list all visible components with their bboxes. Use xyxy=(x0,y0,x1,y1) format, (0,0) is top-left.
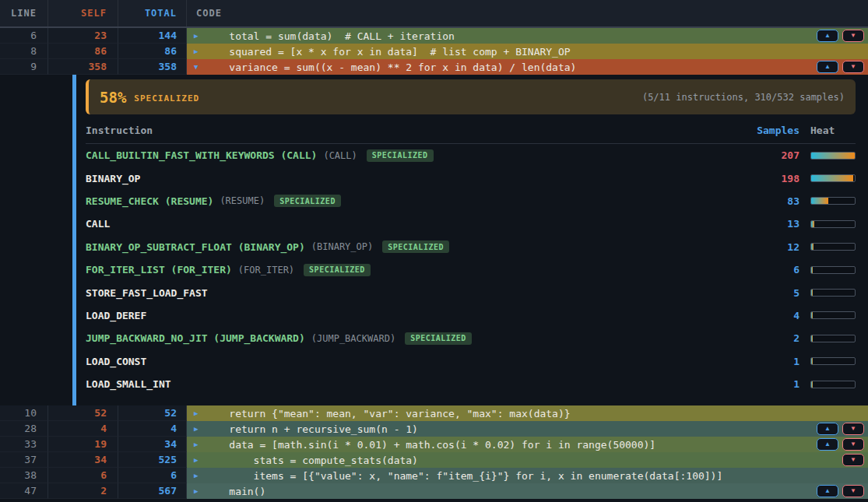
instruction-row[interactable]: STORE_FAST_LOAD_FAST 5 xyxy=(86,281,856,304)
code-cell[interactable]: ▶ return {"mean": mean, "var": variance,… xyxy=(187,405,868,421)
expand-arrow-icon[interactable]: ▶ xyxy=(194,409,205,417)
instruction-base-opcode: (FOR_ITER) xyxy=(238,265,294,276)
instruction-base-opcode: (RESUME) xyxy=(220,195,265,206)
instruction-name: JUMP_BACKWARD_NO_JIT (JUMP_BACKWARD) xyxy=(86,332,305,344)
code-cell[interactable]: ▶ data = [math.sin(i * 0.01) + math.cos(… xyxy=(187,437,868,452)
expand-arrow-icon[interactable]: ▶ xyxy=(194,441,205,448)
table-row[interactable]: 10 52 52 ▶ return {"mean": mean, "var": … xyxy=(0,405,868,421)
instruction-name: FOR_ITER_LIST (FOR_ITER) xyxy=(86,264,232,276)
instruction-cell: BINARY_OP xyxy=(86,173,745,184)
instruction-row[interactable]: CALL_BUILTIN_FAST_WITH_KEYWORDS (CALL) (… xyxy=(86,144,856,167)
expand-arrow-icon[interactable]: ▶ xyxy=(194,487,205,495)
jump-up-button[interactable]: ▲ xyxy=(817,30,838,42)
heat-cell xyxy=(810,381,856,388)
heat-bar-fill xyxy=(811,381,813,388)
code-text: variance = sum((x - mean) ** 2 for x in … xyxy=(205,61,576,73)
code-cell[interactable]: ▶ return n + recursive_sum(n - 1) ▲ ▼ xyxy=(187,421,868,437)
instruction-row[interactable]: RESUME_CHECK (RESUME) (RESUME) SPECIALIZ… xyxy=(86,190,856,212)
instruction-row[interactable]: LOAD_SMALL_INT 1 xyxy=(86,373,856,395)
instruction-base-opcode: (BINARY_OP) xyxy=(311,241,373,252)
self-samples: 34 xyxy=(48,452,118,468)
total-samples: 34 xyxy=(118,437,187,452)
table-row[interactable]: 38 6 6 ▶ items = [{"value": x, "name": f… xyxy=(0,468,868,483)
instruction-row[interactable]: JUMP_BACKWARD_NO_JIT (JUMP_BACKWARD) (JU… xyxy=(86,327,856,349)
jump-up-button[interactable]: ▲ xyxy=(817,438,838,451)
self-samples: 358 xyxy=(48,59,118,75)
jump-down-button[interactable]: ▼ xyxy=(842,485,864,497)
table-row[interactable]: 33 19 34 ▶ data = [math.sin(i * 0.01) + … xyxy=(0,437,868,452)
specialized-badge: SPECIALIZED xyxy=(304,264,371,276)
code-cell[interactable]: ▶ main() ▲ ▼ xyxy=(187,483,868,499)
line-number: 8 xyxy=(0,44,48,59)
heat-bar-fill xyxy=(811,358,813,364)
code-rows-top: 6 23 144 ▶ total = sum(data) # CALL + it… xyxy=(0,28,868,75)
expand-arrow-icon[interactable]: ▶ xyxy=(194,47,205,55)
jump-down-button[interactable]: ▼ xyxy=(842,423,864,435)
jump-up-button[interactable]: ▲ xyxy=(817,61,838,73)
table-row[interactable]: 6 23 144 ▶ total = sum(data) # CALL + it… xyxy=(0,28,868,44)
jump-down-button[interactable]: ▼ xyxy=(842,438,864,451)
instruction-row[interactable]: BINARY_OP_SUBTRACT_FLOAT (BINARY_OP) (BI… xyxy=(86,236,856,258)
sample-count: 207 xyxy=(745,149,799,161)
code-cell[interactable]: ▶ items = [{"value": x, "name": f"item_{… xyxy=(187,468,868,483)
heat-bar-fill xyxy=(811,267,813,273)
code-rows-bottom: 10 52 52 ▶ return {"mean": mean, "var": … xyxy=(0,405,868,499)
table-row[interactable]: 47 2 567 ▶ main() ▲ ▼ xyxy=(0,483,868,499)
instruction-row[interactable]: BINARY_OP 198 xyxy=(86,167,856,189)
heat-cell xyxy=(810,266,856,274)
specialized-badge: SPECIALIZED xyxy=(382,240,449,253)
code-text: return {"mean": mean, "var": variance, "… xyxy=(205,408,571,420)
heat-bar xyxy=(810,381,856,388)
specialized-percent: 58% xyxy=(100,89,126,106)
specialized-badge: SPECIALIZED xyxy=(274,195,341,207)
code-cell[interactable]: ▶ squared = [x * x for x in data] # list… xyxy=(187,44,868,59)
heat-bar xyxy=(810,266,856,274)
table-row[interactable]: 8 86 86 ▶ squared = [x * x for x in data… xyxy=(0,44,868,59)
line-number: 28 xyxy=(0,421,48,437)
expand-arrow-icon[interactable]: ▶ xyxy=(194,425,205,433)
row-nav-buttons: ▲ ▼ xyxy=(817,423,864,435)
specialized-badge: SPECIALIZED xyxy=(367,149,434,162)
instruction-name: RESUME_CHECK (RESUME) xyxy=(86,195,213,207)
instruction-cell: CALL_BUILTIN_FAST_WITH_KEYWORDS (CALL) (… xyxy=(86,149,745,162)
instruction-name: LOAD_CONST xyxy=(86,356,146,367)
jump-down-button[interactable]: ▼ xyxy=(842,30,864,42)
jump-down-button[interactable]: ▼ xyxy=(842,61,864,73)
expand-arrow-icon[interactable]: ▶ xyxy=(194,456,205,464)
code-cell[interactable]: ▶ stats = compute_stats(data) ▲ ▼ xyxy=(187,452,868,468)
heat-bar-fill xyxy=(811,290,813,296)
specialized-summary: (5/11 instructions, 310/532 samples) xyxy=(642,92,845,103)
heat-bar-fill xyxy=(811,198,828,204)
code-cell[interactable]: ▼ variance = sum((x - mean) ** 2 for x i… xyxy=(187,59,868,75)
self-samples: 19 xyxy=(48,437,118,452)
table-row[interactable]: 9 358 358 ▼ variance = sum((x - mean) **… xyxy=(0,59,868,75)
total-samples: 567 xyxy=(118,483,187,499)
instruction-row[interactable]: LOAD_CONST 1 xyxy=(86,350,856,373)
total-samples: 358 xyxy=(118,59,187,75)
column-header-code: CODE xyxy=(187,0,868,26)
line-number: 10 xyxy=(0,405,48,421)
jump-down-button[interactable]: ▼ xyxy=(842,454,864,466)
table-row[interactable]: 28 4 4 ▶ return n + recursive_sum(n - 1)… xyxy=(0,421,868,437)
instruction-cell: LOAD_DEREF xyxy=(86,310,745,321)
jump-up-button[interactable]: ▲ xyxy=(817,485,838,497)
jump-up-button[interactable]: ▲ xyxy=(817,423,838,435)
heat-cell xyxy=(810,357,856,365)
line-number: 37 xyxy=(0,452,48,468)
heat-bar xyxy=(810,197,856,205)
code-text: return n + recursive_sum(n - 1) xyxy=(205,423,418,435)
column-header-samples: Samples xyxy=(745,125,799,136)
instruction-row[interactable]: LOAD_DEREF 4 xyxy=(86,304,856,327)
instruction-row[interactable]: CALL 13 xyxy=(86,212,856,235)
self-samples: 23 xyxy=(48,28,118,44)
heat-cell xyxy=(810,289,856,297)
heat-bar xyxy=(810,152,856,160)
instruction-cell: FOR_ITER_LIST (FOR_ITER) (FOR_ITER) SPEC… xyxy=(86,264,745,276)
instruction-row[interactable]: FOR_ITER_LIST (FOR_ITER) (FOR_ITER) SPEC… xyxy=(86,258,856,281)
code-cell[interactable]: ▶ total = sum(data) # CALL + iteration ▲… xyxy=(187,28,868,44)
expand-arrow-icon[interactable]: ▼ xyxy=(194,63,205,71)
expand-arrow-icon[interactable]: ▶ xyxy=(194,32,205,40)
table-row[interactable]: 37 34 525 ▶ stats = compute_stats(data) … xyxy=(0,452,868,468)
column-header-line: LINE xyxy=(0,0,48,26)
expand-arrow-icon[interactable]: ▶ xyxy=(194,472,205,479)
